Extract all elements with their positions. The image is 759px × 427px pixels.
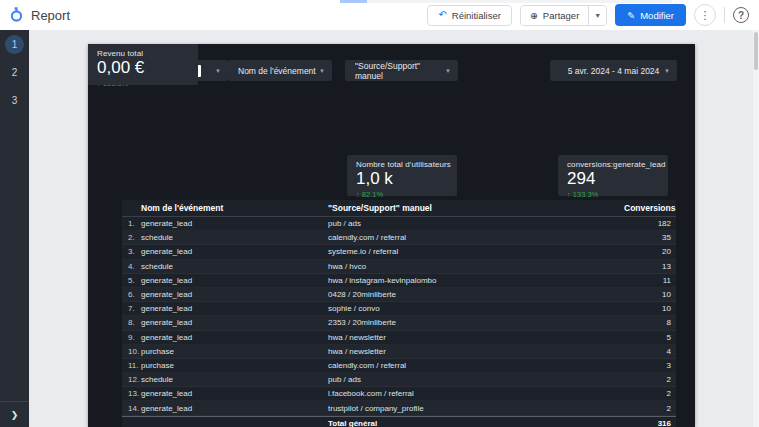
table-row[interactable]: 8. generate_lead 2353 / 20minliberte 8 xyxy=(122,316,676,330)
conversions-cell: 2 xyxy=(624,404,676,413)
conversions-column-header[interactable]: Conversions xyxy=(624,203,676,213)
scorecard-value: 294 xyxy=(567,170,668,189)
row-number: 12. xyxy=(122,375,141,384)
chevron-right-icon: ❯ xyxy=(11,410,19,420)
up-arrow-icon: ↑ xyxy=(356,190,360,199)
toolbar-divider xyxy=(724,7,725,23)
source-medium-cell: calendly.com / referral xyxy=(328,233,624,242)
page-nav-item[interactable]: 2 xyxy=(0,58,29,86)
source-filter-label: "Source/Support" manuel xyxy=(355,61,445,81)
looker-studio-logo-icon xyxy=(9,7,24,23)
row-number: 3. xyxy=(122,247,141,256)
caret-down-icon: ▼ xyxy=(215,68,228,74)
event-name-cell: schedule xyxy=(141,233,328,242)
conversions-cell: 13 xyxy=(624,262,676,271)
total-value: 316 xyxy=(624,419,676,427)
conversions-cell: 11 xyxy=(624,276,676,285)
source-column-header[interactable]: "Source/Support" manuel xyxy=(328,203,624,213)
help-icon: ? xyxy=(738,10,744,21)
conversions-cell: 10 xyxy=(624,304,676,313)
conversions-cell: 10 xyxy=(624,290,676,299)
page-nav-item[interactable]: 1 xyxy=(0,30,29,58)
conversions-table[interactable]: Nom de l'événement "Source/Support" manu… xyxy=(122,200,676,427)
table-header-row: Nom de l'événement "Source/Support" manu… xyxy=(122,200,676,217)
date-range-label: 5 avr. 2024 - 4 mai 2024 xyxy=(568,66,660,76)
event-name-cell: generate_lead xyxy=(141,219,328,228)
table-row[interactable]: 14. generate_lead trustpilot / company_p… xyxy=(122,401,676,415)
table-row[interactable]: 10. purchase hwa / newsletter 4 xyxy=(122,345,676,359)
horizontal-scrollbar-thumb[interactable] xyxy=(340,0,367,3)
source-medium-cell: hwa / hvco xyxy=(328,262,624,271)
row-number: 13. xyxy=(122,389,141,398)
vertical-scrollbar[interactable] xyxy=(753,30,759,427)
scorecard[interactable]: Revenu total 0,00 € ↑ xyxy=(88,44,198,85)
event-filter-label: Nom de l'événement xyxy=(238,66,316,76)
event-name-cell: generate_lead xyxy=(141,333,328,342)
row-number: 2. xyxy=(122,233,141,242)
caret-down-icon: ▼ xyxy=(319,68,332,74)
event-name-cell: schedule xyxy=(141,375,328,384)
source-medium-cell: pub / ads xyxy=(328,375,624,384)
source-medium-cell: trustpilot / company_profile xyxy=(328,404,624,413)
table-row[interactable]: 5. generate_lead hwa / instagram-kevinpa… xyxy=(122,274,676,288)
event-name-cell: generate_lead xyxy=(141,304,328,313)
conversions-cell: 2 xyxy=(624,375,676,384)
table-row[interactable]: 6. generate_lead 0428 / 20minliberte 10 xyxy=(122,288,676,302)
table-row[interactable]: 7. generate_lead sophie / convo 10 xyxy=(122,302,676,316)
scorecard[interactable]: conversions:generate_lead 294 ↑ 133.3% xyxy=(558,155,668,196)
event-name-filter[interactable]: Nom de l'événement ▼ xyxy=(228,60,332,81)
row-number: 10. xyxy=(122,347,141,356)
table-row[interactable]: 11. purchase calendly.com / referral 3 xyxy=(122,359,676,373)
conversions-cell: 5 xyxy=(624,333,676,342)
conversions-cell: 8 xyxy=(624,318,676,327)
conversions-cell: 20 xyxy=(624,247,676,256)
row-number: 14. xyxy=(122,404,141,413)
horizontal-scrollbar[interactable] xyxy=(340,0,672,3)
expand-sidebar-button[interactable]: ❯ xyxy=(0,401,29,427)
report-canvas: ▼ Nom de l'événement ▼ "Source/Support" … xyxy=(88,44,695,427)
source-medium-filter[interactable]: "Source/Support" manuel ▼ xyxy=(345,60,458,81)
reset-button-label: Réinitialiser xyxy=(452,10,501,21)
scorecard-delta-value: 82.1% xyxy=(362,190,383,199)
table-body: 1. generate_lead pub / ads 182 2. schedu… xyxy=(122,217,676,416)
event-column-header[interactable]: Nom de l'événement xyxy=(141,203,328,213)
row-number: 1. xyxy=(122,219,141,228)
help-button[interactable]: ? xyxy=(733,7,749,23)
vertical-scrollbar-thumb[interactable] xyxy=(754,32,758,70)
date-range-picker[interactable]: 5 avr. 2024 - 4 mai 2024 ▼ xyxy=(550,60,677,81)
source-medium-cell: sophie / convo xyxy=(328,304,624,313)
source-medium-cell: 0428 / 20minliberte xyxy=(328,290,624,299)
scorecard-label: Nombre total d'utilisateurs xyxy=(356,160,457,169)
row-number: 9. xyxy=(122,333,141,342)
table-row[interactable]: 9. generate_lead hwa / newsletter 5 xyxy=(122,331,676,345)
scorecard-label: conversions:generate_lead xyxy=(567,160,668,169)
more-options-button[interactable]: ⋮ xyxy=(694,4,716,26)
top-app-bar: Report ↶ Réinitialiser ⊕ Partager ▼ ✎ Mo… xyxy=(0,0,759,30)
share-button[interactable]: ⊕ Partager xyxy=(521,6,588,25)
table-row[interactable]: 2. schedule calendly.com / referral 35 xyxy=(122,231,676,245)
event-name-cell: generate_lead xyxy=(141,404,328,413)
edit-button[interactable]: ✎ Modifier xyxy=(615,4,686,26)
conversions-cell: 3 xyxy=(624,361,676,370)
caret-down-icon: ▼ xyxy=(445,68,458,74)
caret-down-icon: ▼ xyxy=(664,68,677,74)
toolbar-actions: ↶ Réinitialiser ⊕ Partager ▼ ✎ Modifier … xyxy=(427,4,759,26)
scorecard[interactable]: Nombre total d'utilisateurs 1,0 k ↑ 82.1… xyxy=(347,155,457,196)
table-row[interactable]: 12. schedule pub / ads 2 xyxy=(122,373,676,387)
table-row[interactable]: 1. generate_lead pub / ads 182 xyxy=(122,217,676,231)
page-nav-item[interactable]: 3 xyxy=(0,86,29,114)
conversions-cell: 182 xyxy=(624,219,676,228)
source-medium-cell: hwa / instagram-kevinpalombo xyxy=(328,276,624,285)
event-name-cell: purchase xyxy=(141,347,328,356)
share-dropdown-arrow[interactable]: ▼ xyxy=(588,6,606,25)
event-name-cell: generate_lead xyxy=(141,389,328,398)
reset-button[interactable]: ↶ Réinitialiser xyxy=(427,5,512,26)
source-medium-cell: systeme.io / referral xyxy=(328,247,624,256)
caret-down-icon: ▼ xyxy=(594,12,601,19)
scorecard-delta-value: 133.3% xyxy=(573,190,598,199)
scorecard-value: 0,00 € xyxy=(97,59,198,78)
table-row[interactable]: 3. generate_lead systeme.io / referral 2… xyxy=(122,245,676,259)
table-row[interactable]: 4. schedule hwa / hvco 13 xyxy=(122,260,676,274)
event-name-cell: schedule xyxy=(141,262,328,271)
table-row[interactable]: 13. generate_lead l.facebook.com / refer… xyxy=(122,387,676,401)
